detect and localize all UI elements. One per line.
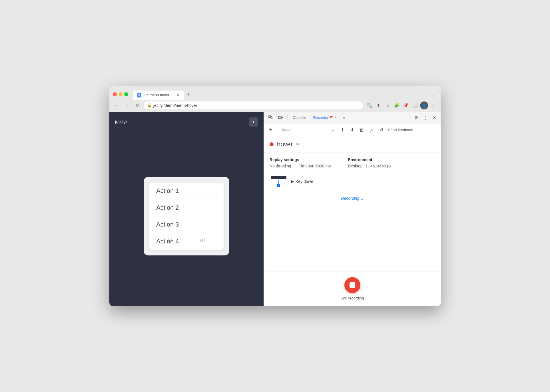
menu-card: H e! Action 1 Action 2 Action 3 Action 4 — [144, 177, 229, 255]
end-recording-area: End recording — [264, 271, 441, 306]
step-label: Key down — [296, 179, 313, 184]
pin-icon[interactable]: 📌 — [402, 101, 410, 109]
new-tab-button[interactable]: + — [184, 89, 193, 100]
end-recording-label: End recording — [341, 296, 364, 300]
recorder-tab[interactable]: Recorder 🚩 × — [310, 112, 340, 124]
devtools-panel: Console Recorder 🚩 × » ⚙ ⋮ ✕ + — [264, 112, 441, 306]
menu-item-1[interactable]: Action 1 — [149, 183, 224, 199]
step-timeline — [268, 176, 288, 187]
recording-status: Recording… — [264, 190, 441, 206]
back-button[interactable]: ← — [113, 101, 121, 109]
add-recording-button[interactable]: + — [267, 126, 275, 134]
back-icon: ← — [115, 103, 119, 108]
address-input[interactable]: jec.fyi/demo/menu-hover — [144, 101, 363, 109]
devtools-more-options[interactable]: ⋮ — [421, 114, 429, 122]
environment-label: Environment — [348, 157, 391, 162]
recording-dot — [270, 142, 274, 146]
recorder-tab-close[interactable]: × — [335, 116, 337, 120]
import-icon: ⬇ — [350, 127, 354, 133]
toolbar-icons: 🔍 ⬆ ☆ 🧩 📌 ⬜ 👤 ⋮ — [365, 101, 437, 109]
end-recording-button[interactable] — [344, 277, 360, 293]
menu-item-3[interactable]: Action 3 — [149, 216, 224, 233]
slow-replay-button[interactable]: ↺ — [377, 126, 385, 134]
select-chevron-icon: ⌄ — [332, 128, 334, 132]
import-button[interactable]: ⬇ — [348, 126, 356, 134]
main-content: jec.fyi ✦ H e! Action 1 Action 2 Action … — [109, 112, 441, 306]
page-area: jec.fyi ✦ H e! Action 1 Action 2 Action … — [109, 112, 264, 306]
replay-settings-area: Replay settings No throttling | Timeout:… — [264, 153, 441, 173]
slow-replay-icon: ↺ — [380, 127, 383, 133]
address-wrapper: 🔒 jec.fyi/demo/menu-hover — [144, 101, 363, 109]
inspect-element-icon[interactable] — [266, 113, 275, 122]
browser-window: R On menu hover × + ⌄ ← → ↻ 🔒 jec.fyi/de… — [109, 86, 441, 306]
delete-button[interactable]: 🗑 — [358, 126, 366, 134]
step-dot — [277, 184, 280, 187]
timeout-value: Timeout: 5000 ms — [299, 164, 331, 168]
split-icon[interactable]: ⬜ — [411, 101, 419, 109]
devtools-close-button[interactable]: ✕ — [430, 114, 438, 122]
extension-icon[interactable]: 🧩 — [393, 101, 401, 109]
throttling-value: No throttling — [270, 164, 291, 168]
profile-icon[interactable]: 👤 — [420, 101, 428, 109]
steps-area: ▶ Key down Recording… — [264, 173, 441, 271]
active-tab[interactable]: R On menu hover × — [133, 91, 184, 100]
page-logo: jec.fyi — [115, 119, 127, 125]
recorder-badge: 🚩 — [330, 116, 334, 119]
menu-list: Action 1 Action 2 Action 3 Action 4 — [149, 183, 224, 250]
more-options-icon[interactable]: ⋮ — [429, 101, 437, 109]
forward-icon: → — [125, 103, 129, 108]
theme-icon: ✦ — [252, 120, 255, 124]
refresh-icon: ↻ — [136, 103, 139, 108]
share-icon[interactable]: ⬆ — [374, 101, 382, 109]
menu-item-4[interactable]: Action 4 — [149, 233, 224, 250]
replay-settings-col: Replay settings No throttling | Timeout:… — [270, 157, 331, 168]
forward-button[interactable]: → — [123, 101, 131, 109]
menu-item-2[interactable]: Action 2 — [149, 199, 224, 216]
step-indicator — [277, 180, 280, 187]
theme-button[interactable]: ✦ — [249, 117, 258, 127]
send-feedback-link[interactable]: Send feedback — [388, 128, 413, 132]
delete-icon: 🗑 — [360, 127, 364, 133]
address-bar: ← → ↻ 🔒 jec.fyi/demo/menu-hover 🔍 ⬆ ☆ 🧩 … — [109, 100, 441, 112]
dimensions-value: 461×660 px — [370, 164, 392, 168]
devtools-more-tabs[interactable]: » — [340, 115, 347, 120]
recording-select-text: hover — [282, 128, 330, 132]
lock-icon: 🔒 — [147, 103, 152, 107]
replay-settings-values: No throttling | Timeout: 5000 ms — [270, 164, 331, 168]
traffic-lights — [113, 92, 128, 96]
settings-separator: | — [294, 164, 296, 168]
recording-name-area: hover ✏ — [264, 136, 441, 153]
edit-name-icon[interactable]: ✏ — [296, 141, 300, 147]
bookmark-icon[interactable]: ☆ — [384, 101, 392, 109]
tab-close-button[interactable]: × — [176, 93, 180, 97]
devtools-tab-bar: Console Recorder 🚩 × » ⚙ ⋮ ✕ — [264, 112, 441, 124]
replay-icon: ▷ — [370, 127, 373, 133]
tab-chevron-icon[interactable]: ⌄ — [429, 91, 437, 100]
step-bar — [271, 176, 286, 179]
step-row-keydown: ▶ Key down — [264, 173, 441, 190]
env-separator: | — [366, 164, 367, 168]
devtools-settings-button[interactable]: ⚙ — [412, 114, 420, 122]
replay-button[interactable]: ▷ — [368, 126, 376, 134]
tab-title: On menu hover — [144, 93, 169, 97]
tab-bar: R On menu hover × + ⌄ — [133, 89, 437, 100]
recording-select[interactable]: hover ⌄ — [280, 127, 337, 133]
close-traffic-light[interactable] — [113, 92, 117, 96]
device-toolbar-icon[interactable] — [276, 113, 285, 122]
key-down-step[interactable]: ▶ Key down — [291, 179, 313, 184]
step-expand-arrow: ▶ — [291, 179, 294, 183]
title-bar: R On menu hover × + ⌄ — [109, 86, 441, 100]
svg-rect-4 — [282, 117, 282, 118]
svg-point-2 — [270, 117, 272, 118]
refresh-button[interactable]: ↻ — [133, 101, 141, 109]
tab-favicon: R — [137, 93, 141, 97]
minimize-traffic-light[interactable] — [119, 92, 123, 96]
page-header: jec.fyi ✦ — [115, 117, 258, 127]
environment-values: Desktop | 461×660 px — [348, 164, 391, 168]
stop-icon — [350, 282, 355, 288]
console-tab[interactable]: Console — [289, 112, 310, 124]
export-button[interactable]: ⬆ — [338, 126, 346, 134]
environment-col: Environment Desktop | 461×660 px — [348, 157, 391, 168]
search-icon[interactable]: 🔍 — [365, 101, 373, 109]
maximize-traffic-light[interactable] — [124, 92, 128, 96]
